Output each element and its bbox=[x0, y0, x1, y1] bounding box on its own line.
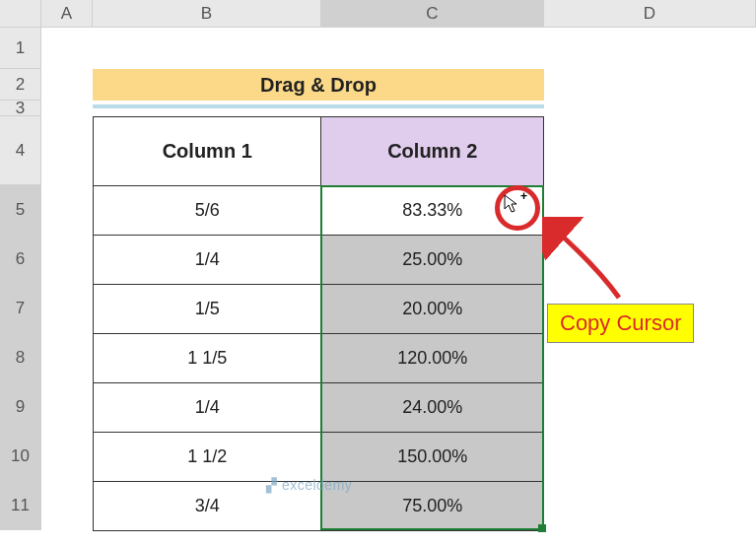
column-header-B[interactable]: B bbox=[93, 0, 321, 27]
cell-c9[interactable]: 24.00% bbox=[321, 383, 544, 433]
column-header-A[interactable]: A bbox=[41, 0, 93, 27]
table-row: 1 1/2 150.00% bbox=[94, 433, 544, 482]
column-headers-row: A B C D bbox=[0, 0, 756, 28]
row-headers-column: 1 2 3 4 5 6 7 8 9 10 11 bbox=[0, 28, 41, 530]
row-header-8[interactable]: 8 bbox=[0, 333, 41, 382]
row-header-9[interactable]: 9 bbox=[0, 382, 41, 432]
row-header-6[interactable]: 6 bbox=[0, 235, 41, 284]
row-header-3[interactable]: 3 bbox=[0, 101, 41, 116]
row-header-2[interactable]: 2 bbox=[0, 69, 41, 101]
row-header-1[interactable]: 1 bbox=[0, 28, 41, 69]
row-header-11[interactable]: 11 bbox=[0, 481, 41, 530]
table-row: 1/5 20.00% bbox=[94, 285, 544, 334]
cell-b8[interactable]: 1 1/5 bbox=[94, 334, 321, 383]
table-row: 5/6 83.33% bbox=[94, 186, 544, 236]
cell-b6[interactable]: 1/4 bbox=[94, 236, 321, 285]
spreadsheet-view: A B C D 1 2 3 4 5 6 7 8 9 10 11 Drag & D… bbox=[0, 0, 756, 546]
title-underline bbox=[93, 104, 544, 108]
cell-c10[interactable]: 150.00% bbox=[321, 433, 544, 482]
column-header-D[interactable]: D bbox=[544, 0, 756, 27]
table-row: 1/4 25.00% bbox=[94, 236, 544, 285]
cell-grid[interactable]: Drag & Drop Column 1 Column 2 5/6 83.33%… bbox=[41, 28, 756, 530]
select-all-corner[interactable] bbox=[0, 0, 41, 27]
table-row: 1 1/5 120.00% bbox=[94, 334, 544, 383]
column-header-C[interactable]: C bbox=[321, 0, 544, 27]
cell-c11[interactable]: 75.00% bbox=[321, 482, 544, 531]
data-table: Column 1 Column 2 5/6 83.33% 1/4 25.00% … bbox=[93, 116, 544, 531]
cell-c8[interactable]: 120.00% bbox=[321, 334, 544, 383]
title-merged-cell[interactable]: Drag & Drop bbox=[93, 69, 544, 101]
cell-b11[interactable]: 3/4 bbox=[94, 482, 321, 531]
cell-b5[interactable]: 5/6 bbox=[94, 186, 321, 236]
header-col2[interactable]: Column 2 bbox=[321, 117, 544, 186]
row-header-7[interactable]: 7 bbox=[0, 284, 41, 333]
callout-label: Copy Cursor bbox=[547, 304, 694, 343]
table-row: 1/4 24.00% bbox=[94, 383, 544, 433]
table-row: 3/4 75.00% bbox=[94, 482, 544, 531]
cell-c6[interactable]: 25.00% bbox=[321, 236, 544, 285]
cell-c5[interactable]: 83.33% bbox=[321, 186, 544, 236]
row-header-10[interactable]: 10 bbox=[0, 432, 41, 481]
row-header-5[interactable]: 5 bbox=[0, 185, 41, 235]
cell-b7[interactable]: 1/5 bbox=[94, 285, 321, 334]
row-header-4[interactable]: 4 bbox=[0, 116, 41, 185]
cell-c7[interactable]: 20.00% bbox=[321, 285, 544, 334]
header-col1[interactable]: Column 1 bbox=[94, 117, 321, 186]
cell-b10[interactable]: 1 1/2 bbox=[94, 433, 321, 482]
cell-b9[interactable]: 1/4 bbox=[94, 383, 321, 433]
